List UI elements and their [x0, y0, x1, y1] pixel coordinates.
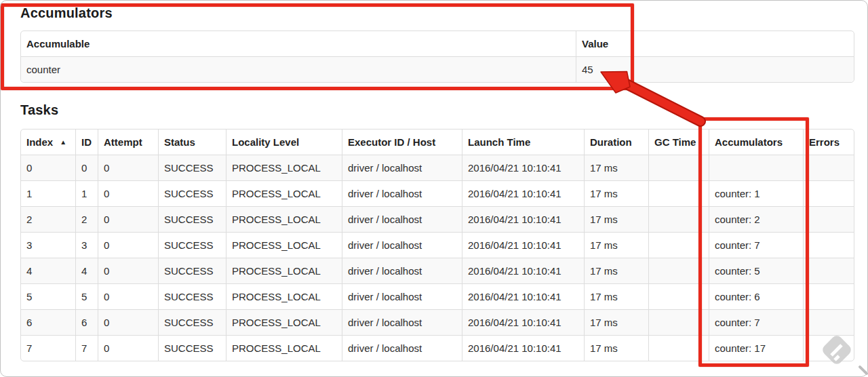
- table-cell: 2016/04/21 10:10:41: [462, 206, 584, 232]
- column-header-label: Launch Time: [468, 136, 530, 148]
- table-cell: 2016/04/21 10:10:41: [462, 335, 584, 361]
- column-header-gc-time[interactable]: GC Time: [648, 130, 709, 155]
- table-cell: SUCCESS: [158, 206, 226, 232]
- column-header-label: Executor ID / Host: [348, 136, 435, 148]
- tasks-section-title: Tasks: [20, 102, 58, 118]
- table-cell: 17 ms: [584, 258, 648, 283]
- table-cell: PROCESS_LOCAL: [226, 155, 342, 180]
- feedly-logo-watermark: [817, 330, 856, 370]
- column-header-label: Accumulable: [26, 38, 90, 49]
- table-row: 550SUCCESSPROCESS_LOCALdriver / localhos…: [21, 283, 854, 309]
- column-header-id[interactable]: ID: [75, 130, 98, 155]
- column-header-accumulators[interactable]: Accumulators: [709, 130, 803, 155]
- table-row: 330SUCCESSPROCESS_LOCALdriver / localhos…: [21, 232, 854, 258]
- table-cell: 2016/04/21 10:10:41: [462, 258, 584, 283]
- table-cell: 2016/04/21 10:10:41: [462, 232, 584, 258]
- table-cell: [709, 155, 803, 180]
- table-cell: 0: [98, 232, 158, 258]
- column-header-label: Locality Level: [232, 136, 299, 148]
- table-cell: 6: [21, 309, 75, 335]
- column-header-duration[interactable]: Duration: [584, 130, 648, 155]
- column-header-index[interactable]: Index▲: [21, 130, 75, 155]
- table-cell: [803, 258, 854, 283]
- table-cell: driver / localhost: [342, 180, 462, 206]
- table-row: counter45: [21, 56, 854, 82]
- table-cell: 45: [576, 56, 854, 82]
- table-cell: 2: [75, 206, 98, 232]
- table-cell: SUCCESS: [158, 335, 226, 361]
- table-cell: counter: [21, 56, 576, 82]
- table-row: 000SUCCESSPROCESS_LOCALdriver / localhos…: [21, 155, 854, 180]
- table-cell: counter: 2: [709, 206, 803, 232]
- table-cell: PROCESS_LOCAL: [226, 335, 342, 361]
- table-cell: 17 ms: [584, 335, 648, 361]
- table-cell: 0: [98, 206, 158, 232]
- table-cell: 0: [21, 155, 75, 180]
- table-cell: [648, 206, 709, 232]
- table-cell: 4: [21, 258, 75, 283]
- table-cell: [648, 335, 709, 361]
- sort-ascending-icon: ▲: [60, 138, 66, 146]
- table-cell: PROCESS_LOCAL: [226, 283, 342, 309]
- table-cell: 0: [98, 283, 158, 309]
- table-cell: 5: [75, 283, 98, 309]
- table-cell: [803, 206, 854, 232]
- column-header-status[interactable]: Status: [158, 130, 226, 155]
- tasks-header-row: Index▲IDAttemptStatusLocality LevelExecu…: [21, 130, 854, 155]
- accumulable-header-row: AccumulableValue: [21, 31, 854, 56]
- column-header-attempt[interactable]: Attempt: [98, 130, 158, 155]
- table-cell: [803, 155, 854, 180]
- table-cell: 5: [21, 283, 75, 309]
- table-cell: 3: [75, 232, 98, 258]
- table-cell: counter: 6: [709, 283, 803, 309]
- table-cell: [803, 283, 854, 309]
- column-header-value[interactable]: Value: [576, 31, 854, 56]
- table-cell: 17 ms: [584, 309, 648, 335]
- table-cell: PROCESS_LOCAL: [226, 258, 342, 283]
- table-cell: 2016/04/21 10:10:41: [462, 155, 584, 180]
- table-cell: 2: [21, 206, 75, 232]
- table-cell: 17 ms: [584, 232, 648, 258]
- column-header-locality-level[interactable]: Locality Level: [226, 130, 342, 155]
- column-header-launch-time[interactable]: Launch Time: [462, 130, 584, 155]
- table-row: 110SUCCESSPROCESS_LOCALdriver / localhos…: [21, 180, 854, 206]
- table-cell: SUCCESS: [158, 155, 226, 180]
- column-header-label: Errors: [809, 136, 840, 148]
- table-cell: 2016/04/21 10:10:41: [462, 283, 584, 309]
- table-cell: SUCCESS: [158, 258, 226, 283]
- table-cell: 17 ms: [584, 283, 648, 309]
- column-header-label: Value: [582, 38, 608, 49]
- accumulable-table: AccumulableValue counter45: [20, 31, 854, 83]
- table-cell: [803, 232, 854, 258]
- table-cell: SUCCESS: [158, 232, 226, 258]
- column-header-label: ID: [81, 136, 92, 148]
- table-cell: 4: [75, 258, 98, 283]
- table-cell: 17 ms: [584, 206, 648, 232]
- table-cell: PROCESS_LOCAL: [226, 309, 342, 335]
- table-cell: 0: [98, 258, 158, 283]
- table-cell: 0: [98, 180, 158, 206]
- table-cell: SUCCESS: [158, 309, 226, 335]
- table-cell: driver / localhost: [342, 155, 462, 180]
- table-cell: PROCESS_LOCAL: [226, 232, 342, 258]
- accumulators-section-title: Accumulators: [20, 5, 113, 21]
- table-cell: counter: 7: [709, 232, 803, 258]
- column-header-errors[interactable]: Errors: [803, 130, 854, 155]
- table-cell: 17 ms: [584, 180, 648, 206]
- table-cell: 0: [98, 335, 158, 361]
- table-cell: driver / localhost: [342, 283, 462, 309]
- table-cell: SUCCESS: [158, 283, 226, 309]
- column-header-label: GC Time: [654, 136, 696, 148]
- table-cell: [648, 309, 709, 335]
- column-header-accumulable[interactable]: Accumulable: [21, 31, 576, 56]
- table-cell: [648, 155, 709, 180]
- table-cell: PROCESS_LOCAL: [226, 206, 342, 232]
- table-cell: 0: [75, 155, 98, 180]
- table-cell: counter: 1: [709, 180, 803, 206]
- table-cell: driver / localhost: [342, 309, 462, 335]
- table-cell: 1: [75, 180, 98, 206]
- table-cell: 6: [75, 309, 98, 335]
- table-cell: [803, 180, 854, 206]
- table-cell: 7: [21, 335, 75, 361]
- column-header-executor-id-host[interactable]: Executor ID / Host: [342, 130, 462, 155]
